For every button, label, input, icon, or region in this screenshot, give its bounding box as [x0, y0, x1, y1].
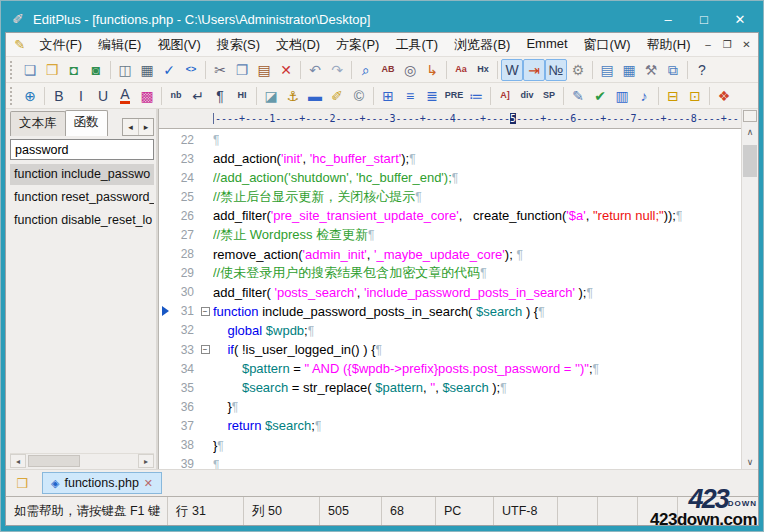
insert-table-button[interactable]: ⊞ — [377, 85, 399, 107]
tab-cliptext[interactable]: 文本库 — [10, 111, 66, 136]
web-colors-button[interactable]: ❖ — [713, 85, 735, 107]
insert-media-button[interactable]: ▥ — [611, 85, 633, 107]
scrollbar-thumb[interactable] — [743, 145, 757, 177]
folder-icon[interactable]: ❒ — [10, 473, 34, 494]
context-help-button[interactable]: ? — [691, 59, 713, 81]
find-in-files-button[interactable]: ◎ — [399, 59, 421, 81]
menu-item[interactable]: 浏览器(B) — [446, 34, 518, 56]
syntax-check-button[interactable]: ✔ — [589, 85, 611, 107]
minimize-button[interactable]: – — [651, 8, 685, 30]
code-line-22[interactable]: 22¶ — [159, 130, 741, 149]
menu-item[interactable]: 编辑(E) — [90, 34, 149, 56]
anchor-text-button[interactable]: A] — [494, 85, 516, 107]
color-palette-button[interactable]: ▩ — [136, 85, 158, 107]
replace-button[interactable]: AB — [377, 59, 399, 81]
code-line-38[interactable]: 38}¶ — [159, 436, 741, 455]
menu-item[interactable]: 文档(D) — [268, 34, 328, 56]
bold-button[interactable]: B — [48, 85, 70, 107]
html-tags-button[interactable]: <> — [180, 59, 202, 81]
scroll-left-icon[interactable]: ◂ — [10, 454, 26, 468]
hex-viewer-button[interactable]: Hx — [472, 59, 494, 81]
code-line-33[interactable]: 33− if( !is_user_logged_in() ) {¶ — [159, 340, 741, 359]
document-tabs-button[interactable]: ▦ — [618, 59, 640, 81]
user-tools-button[interactable]: ⚒ — [640, 59, 662, 81]
word-wrap-button[interactable]: W — [501, 59, 523, 81]
scroll-right-icon[interactable]: ▸ — [138, 454, 154, 468]
code-line-39[interactable]: 39¶ — [159, 455, 741, 469]
line-numbers-button[interactable]: № — [545, 59, 567, 81]
paste-button[interactable]: ▤ — [253, 59, 275, 81]
print-preview-button[interactable]: ◫ — [114, 59, 136, 81]
open-file-button[interactable]: ❒ — [41, 59, 63, 81]
tab-scroll-right-icon[interactable]: ▸ — [138, 119, 153, 135]
div-tag-button[interactable]: div — [516, 85, 538, 107]
toolbar-grip[interactable] — [10, 61, 15, 79]
code-line-29[interactable]: 29//使未登录用户的搜索结果包含加密文章的代码¶ — [159, 264, 741, 283]
document-selector-button[interactable]: ▤ — [596, 59, 618, 81]
indent-guide-button[interactable]: ⇥ — [523, 59, 545, 81]
split-window-handle[interactable] — [743, 110, 757, 122]
menu-item[interactable]: 窗口(W) — [576, 34, 639, 56]
underline-button[interactable]: U — [92, 85, 114, 107]
fold-toggle-icon[interactable]: − — [197, 345, 213, 354]
heading-tag-button[interactable]: HI — [231, 85, 253, 107]
code-line-28[interactable]: 28remove_action('admin_init', '_maybe_up… — [159, 245, 741, 264]
vertical-scrollbar[interactable]: ∧ ∨ — [741, 109, 758, 469]
form-radio-button[interactable]: ⊡ — [684, 85, 706, 107]
code-line-26[interactable]: 26add_filter('pre_site_transient_update_… — [159, 206, 741, 225]
code-line-37[interactable]: 37 return $search;¶ — [159, 416, 741, 435]
menu-item[interactable]: 方案(P) — [328, 34, 387, 56]
edit-script-button[interactable]: ✎ — [567, 85, 589, 107]
mdi-restore-button[interactable]: ❐ — [718, 36, 737, 54]
tab-functions-php[interactable]: ◈ functions.php ✕ — [42, 472, 162, 494]
preferences-button[interactable]: ⚙ — [567, 59, 589, 81]
set-font-button[interactable]: Aa — [450, 59, 472, 81]
mdi-minimize-button[interactable]: – — [699, 36, 718, 54]
function-list-item[interactable]: function disable_reset_lo — [10, 210, 154, 231]
find-button[interactable]: ⌕ — [355, 59, 377, 81]
toolbar-grip[interactable] — [10, 87, 15, 105]
code-line-32[interactable]: 32 global $wpdb;¶ — [159, 321, 741, 340]
menu-item[interactable]: 视图(V) — [149, 34, 208, 56]
align-left-button[interactable]: ≡ — [399, 85, 421, 107]
list-tag-button[interactable]: ≔ — [465, 85, 487, 107]
insert-anchor-button[interactable]: ⚓ — [282, 85, 304, 107]
code-line-24[interactable]: 24//add_action('shutdown', 'hc_buffer_en… — [159, 168, 741, 187]
new-file-button[interactable]: ❏ — [19, 59, 41, 81]
pre-tag-button[interactable]: PRE — [443, 85, 465, 107]
menu-item[interactable]: 文件(F) — [31, 34, 90, 56]
code-line-30[interactable]: 30add_filter( 'posts_search', 'include_p… — [159, 283, 741, 302]
menu-item[interactable]: Emmet — [518, 34, 575, 56]
form-listbox-button[interactable]: ⊟ — [662, 85, 684, 107]
fold-toggle-icon[interactable]: − — [197, 307, 213, 316]
insert-image-button[interactable]: ◪ — [260, 85, 282, 107]
sidebar-horizontal-scrollbar[interactable]: ◂ ▸ — [10, 453, 154, 468]
menu-item[interactable]: 工具(T) — [387, 34, 446, 56]
print-button[interactable]: ▦ — [136, 59, 158, 81]
tab-close-icon[interactable]: ✕ — [144, 477, 153, 490]
line-break-button[interactable]: ↵ — [187, 85, 209, 107]
insert-audio-button[interactable]: ♪ — [633, 85, 655, 107]
scrollbar-thumb[interactable] — [28, 455, 80, 467]
undo-button[interactable]: ↶ — [304, 59, 326, 81]
code-line-27[interactable]: 27//禁止 Wordpress 检查更新¶ — [159, 225, 741, 244]
special-character-button[interactable]: © — [348, 85, 370, 107]
italic-button[interactable]: I — [70, 85, 92, 107]
copy-button[interactable]: ❐ — [231, 59, 253, 81]
font-color-button[interactable]: A — [114, 85, 136, 107]
code-line-34[interactable]: 34 $pattern = " AND ({$wpdb->prefix}post… — [159, 359, 741, 378]
menu-item[interactable]: 搜索(S) — [209, 34, 268, 56]
delete-button[interactable]: ✕ — [275, 59, 297, 81]
scroll-down-icon[interactable]: ∨ — [742, 454, 758, 469]
non-breaking-space-button[interactable]: nb — [165, 85, 187, 107]
function-list-item[interactable]: function include_passwo — [10, 164, 154, 185]
span-tag-button[interactable]: SP — [538, 85, 560, 107]
save-all-button[interactable]: ◙ — [85, 59, 107, 81]
code-line-31[interactable]: 31−function include_password_posts_in_se… — [159, 302, 741, 321]
save-button[interactable]: ◘ — [63, 59, 85, 81]
function-list-item[interactable]: function reset_password_ — [10, 187, 154, 208]
code-line-36[interactable]: 36 }¶ — [159, 397, 741, 416]
maximize-button[interactable]: □ — [687, 8, 721, 30]
browser-preview-button[interactable]: ⊕ — [19, 85, 41, 107]
menu-item[interactable]: 帮助(H) — [639, 34, 699, 56]
